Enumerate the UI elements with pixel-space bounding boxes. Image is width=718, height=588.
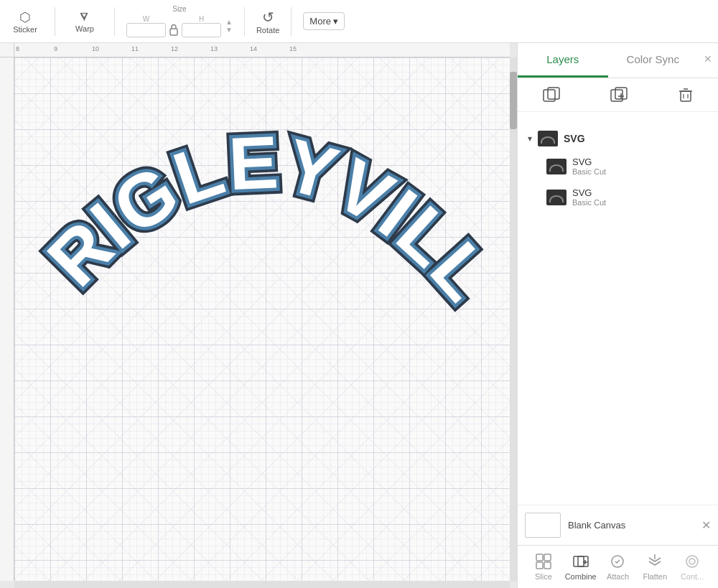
- combine-btn[interactable]: Combine: [563, 553, 599, 581]
- ruler-vertical: [0, 57, 14, 581]
- layer-group-svg: ▾ SVG SVG Basic Cut: [525, 126, 711, 213]
- svg-rect-19: [574, 556, 584, 566]
- width-label: W: [143, 15, 149, 23]
- svg-point-25: [686, 556, 698, 567]
- right-panel: Layers Color Sync ✕ ▾: [517, 43, 718, 588]
- warp-tool[interactable]: ⛛ Warp: [67, 9, 103, 33]
- duplicate-layer-btn[interactable]: [539, 84, 564, 106]
- slice-btn[interactable]: Slice: [526, 553, 561, 581]
- rotate-label: Rotate: [256, 26, 279, 34]
- layer-thumb-2: [546, 190, 567, 205]
- layer-chevron-icon: ▾: [528, 134, 532, 144]
- layer-sub-type-2: Basic Cut: [572, 198, 606, 207]
- lock-icon: [169, 23, 179, 38]
- scrollbar-vertical[interactable]: [510, 57, 517, 581]
- flatten-icon: [646, 553, 663, 570]
- sticker-icon: ⬡: [19, 9, 31, 25]
- svg-rect-18: [544, 562, 551, 569]
- canvas-artwork[interactable]: WRIGLEYVILLE WRIGLEYVILLE WRIGLEYVILLE: [29, 79, 488, 347]
- blank-canvas-row: Blank Canvas ✕: [518, 505, 718, 545]
- main-area: 8 9 10 11 12 13 14 15: [0, 43, 718, 588]
- height-label: H: [199, 15, 204, 23]
- slice-label: Slice: [535, 572, 552, 581]
- sticker-label: Sticker: [13, 25, 37, 34]
- attach-icon: [609, 553, 626, 570]
- layer-thumb-1: [546, 159, 567, 174]
- tab-color-sync[interactable]: Color Sync: [608, 43, 699, 78]
- tab-layers[interactable]: Layers: [518, 43, 608, 78]
- panel-actions: [518, 78, 718, 112]
- contour-icon: [684, 553, 701, 570]
- contour-label: Cont...: [681, 572, 704, 581]
- svg-text:WRIGLEYVILLE: WRIGLEYVILLE: [29, 79, 495, 317]
- panel-close-btn[interactable]: ✕: [698, 43, 718, 78]
- grid-canvas: WRIGLEYVILLE WRIGLEYVILLE WRIGLEYVILLE: [14, 57, 510, 581]
- ruler-h-10: 10: [92, 45, 99, 52]
- svg-rect-20: [578, 556, 588, 566]
- size-group: Size W 0 H 0 ▲ ▼: [126, 5, 233, 38]
- panel-tabs: Layers Color Sync ✕: [518, 43, 718, 78]
- ruler-h-9: 9: [54, 45, 57, 52]
- more-arrow: ▾: [333, 16, 338, 27]
- blank-canvas-close-btn[interactable]: ✕: [701, 518, 711, 532]
- layer-arc-1: [549, 164, 564, 172]
- width-input[interactable]: 0: [126, 23, 166, 37]
- ruler-h-inner: 8 9 10 11 12 13 14 15: [14, 43, 510, 57]
- layer-sub-info-1: SVG Basic Cut: [572, 157, 606, 176]
- svg-point-26: [689, 559, 695, 564]
- sticker-tool[interactable]: ⬡ Sticker: [7, 9, 43, 34]
- ruler-h-8: 8: [16, 45, 19, 52]
- layer-sub-info-2: SVG Basic Cut: [572, 187, 606, 207]
- height-input[interactable]: 0: [182, 23, 221, 37]
- ruler-h-15: 15: [289, 45, 297, 52]
- ruler-corner: [0, 43, 14, 57]
- add-layer-btn[interactable]: [607, 84, 631, 106]
- scrollbar-thumb-v[interactable]: [510, 72, 517, 129]
- warp-label: Warp: [75, 24, 94, 33]
- rotate-icon: ↺: [262, 9, 274, 26]
- layer-sub-type-1: Basic Cut: [572, 167, 606, 176]
- combine-icon: [572, 553, 589, 570]
- svg-rect-17: [536, 562, 543, 569]
- more-label: More: [309, 16, 331, 27]
- contour-btn[interactable]: Cont...: [674, 553, 710, 581]
- layer-thumb-arc: [541, 136, 555, 144]
- layer-item-1[interactable]: SVG Basic Cut: [525, 151, 711, 182]
- layer-arc-2: [549, 195, 564, 202]
- wh-inputs: W 0 H 0 ▲ ▼: [126, 14, 233, 38]
- size-label: Size: [172, 5, 186, 13]
- delete-layer-btn[interactable]: [675, 84, 696, 106]
- svg-rect-0: [170, 29, 177, 35]
- wrigleyville-svg[interactable]: WRIGLEYVILLE WRIGLEYVILLE WRIGLEYVILLE: [29, 79, 495, 345]
- layer-group-name: SVG: [564, 133, 585, 144]
- sep2: [114, 7, 115, 36]
- flatten-btn[interactable]: Flatten: [637, 553, 673, 581]
- svg-rect-10: [681, 91, 691, 101]
- layer-item-2[interactable]: SVG Basic Cut: [525, 182, 711, 213]
- rotate-tool[interactable]: ↺ Rotate: [256, 9, 279, 34]
- layer-group-header[interactable]: ▾ SVG: [525, 126, 711, 151]
- toolbar: ⬡ Sticker ⛛ Warp Size W 0 H 0 ▲ ▼: [0, 0, 718, 43]
- more-button[interactable]: More ▾: [303, 12, 345, 30]
- sep1: [55, 7, 55, 36]
- svg-rect-15: [536, 554, 543, 561]
- svg-rect-16: [544, 554, 551, 561]
- sep3: [244, 7, 245, 36]
- slice-icon: [535, 553, 552, 570]
- ruler-horizontal: 8 9 10 11 12 13 14 15: [14, 43, 510, 57]
- ruler-h-11: 11: [131, 45, 139, 52]
- canvas-container[interactable]: 8 9 10 11 12 13 14 15: [0, 43, 517, 588]
- ruler-h-12: 12: [171, 45, 178, 52]
- combine-label: Combine: [565, 572, 597, 581]
- sep4: [291, 7, 292, 36]
- layers-content: ▾ SVG SVG Basic Cut: [518, 112, 718, 505]
- attach-btn[interactable]: Attach: [600, 553, 635, 581]
- ruler-h-14: 14: [250, 45, 257, 52]
- layer-sub-name-2: SVG: [572, 187, 606, 198]
- flatten-label: Flatten: [643, 572, 667, 581]
- bottom-action-bar: Slice Combine Attach Flatten Cont...: [518, 545, 718, 588]
- blank-canvas-label: Blank Canvas: [568, 520, 625, 531]
- layer-group-thumb: [538, 131, 558, 146]
- warp-icon: ⛛: [78, 9, 91, 24]
- scrollbar-horizontal[interactable]: [14, 581, 510, 588]
